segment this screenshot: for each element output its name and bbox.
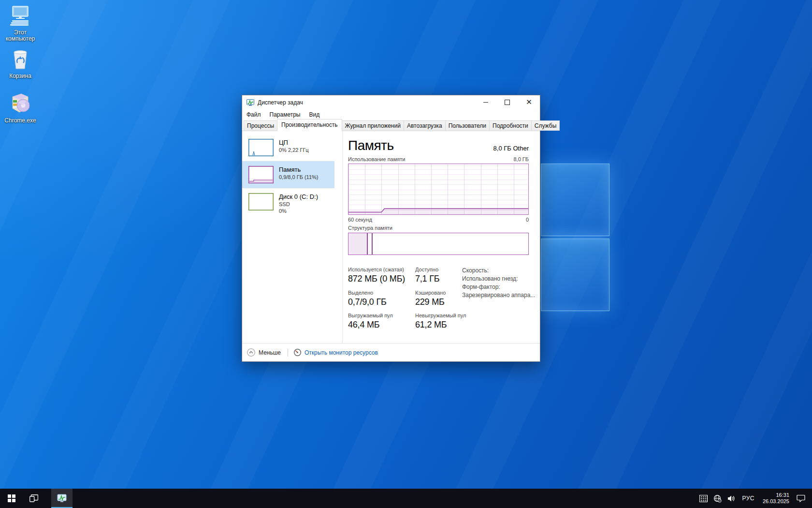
resource-monitor-label: Открыть монитор ресурсов <box>304 349 378 356</box>
detail-label: Выделено <box>348 290 387 296</box>
sidebar-divider <box>342 131 343 343</box>
memory-composition-bar[interactable] <box>348 233 529 255</box>
tab-app-history[interactable]: Журнал приложений <box>342 120 404 131</box>
sidebar-cpu-stats: 0% 2,22 ГГц <box>279 147 309 153</box>
touch-keyboard-button[interactable] <box>698 489 709 508</box>
computer-icon <box>9 6 31 26</box>
performance-sidebar: ЦП 0% 2,22 ГГц Память 0,9/8,0 ГБ (11%) <box>242 134 334 222</box>
touch-keyboard-icon <box>699 495 708 502</box>
clock[interactable]: 16:31 26.03.2025 <box>760 492 792 505</box>
memory-usage-chart[interactable] <box>348 164 529 215</box>
window-title: Диспетчер задач <box>258 99 303 106</box>
taskbar-spacer <box>44 489 51 508</box>
performance-content: ЦП 0% 2,22 ГГц Память 0,9/8,0 ГБ (11%) <box>242 131 540 343</box>
usage-chart-max: 8,0 ГБ <box>513 156 529 162</box>
recycle-bin-icon <box>10 48 30 70</box>
sidebar-disk-name: Диск 0 (C: D:) <box>279 193 318 201</box>
desktop-icon-chrome-installer[interactable]: Chrome.exe <box>0 92 41 124</box>
detail-value: 872 МБ (0 МБ) <box>348 274 405 284</box>
menu-file[interactable]: Файл <box>246 110 265 120</box>
footer-separator <box>288 349 288 357</box>
taskbar-task-manager-button[interactable] <box>51 489 72 508</box>
memory-details: Используется (сжатая) 872 МБ (0 МБ) Выде… <box>348 267 529 339</box>
desktop-icon-this-pc[interactable]: Этот компьютер <box>0 6 41 42</box>
tab-users[interactable]: Пользователи <box>445 120 490 131</box>
minimize-button[interactable] <box>475 95 496 109</box>
composition-label: Структура памяти <box>348 225 392 231</box>
menu-options[interactable]: Параметры <box>270 110 305 120</box>
minimize-icon <box>483 102 488 103</box>
action-center-icon <box>797 494 805 502</box>
action-center-button[interactable] <box>796 489 806 508</box>
desktop-icon-label: Chrome.exe <box>0 118 41 124</box>
desktop: Этот компьютер Корзина Chrome.exe <box>0 0 812 508</box>
task-manager-taskbar-icon <box>57 494 67 503</box>
start-button[interactable] <box>0 489 23 508</box>
task-view-button[interactable] <box>23 489 44 508</box>
info-slots-used: Использовано гнезд: <box>462 275 535 283</box>
taskbar: РУС 16:31 26.03.2025 <box>0 489 812 508</box>
close-button[interactable]: ✕ <box>518 95 540 109</box>
panel-title: Память <box>348 138 394 153</box>
volume-button[interactable] <box>726 489 737 508</box>
detail-value: 46,4 МБ <box>348 320 393 330</box>
info-form-factor: Форм-фактор: <box>462 283 535 291</box>
sidebar-cpu-name: ЦП <box>279 139 309 147</box>
tab-processes[interactable]: Процессы <box>244 120 277 131</box>
info-speed: Скорость: <box>462 267 535 275</box>
globe-no-internet-icon <box>713 494 722 503</box>
detail-paged-pool: Выгружаемый пул 46,4 МБ <box>348 313 393 330</box>
sidebar-item-cpu[interactable]: ЦП 0% 2,22 ГГц <box>242 134 334 161</box>
close-icon: ✕ <box>526 99 532 106</box>
tab-strip: Процессы Производительность Журнал прило… <box>242 120 540 131</box>
tab-startup[interactable]: Автозагрузка <box>404 120 446 131</box>
sidebar-memory-name: Память <box>279 166 318 174</box>
detail-label: Выгружаемый пул <box>348 313 393 318</box>
speaker-icon <box>727 495 736 502</box>
language-indicator[interactable]: РУС <box>740 495 756 502</box>
detail-committed: Выделено 0,7/9,0 ГБ <box>348 290 387 307</box>
composition-modified-segment <box>368 233 373 254</box>
desktop-icon-label: Корзина <box>0 73 41 79</box>
desktop-icon-recycle-bin[interactable]: Корзина <box>0 48 41 79</box>
network-status-button[interactable] <box>712 489 723 508</box>
fewer-details-label: Меньше <box>259 349 281 356</box>
detail-value: 61,2 МБ <box>415 320 466 330</box>
title-bar[interactable]: Диспетчер задач ✕ <box>242 95 540 110</box>
fewer-details-button[interactable]: Меньше <box>247 348 281 357</box>
sidebar-memory-stats: 0,9/8,0 ГБ (11%) <box>279 174 318 180</box>
task-manager-window: Диспетчер задач ✕ Файл Параметры Вид Про… <box>242 95 540 362</box>
tab-details[interactable]: Подробности <box>489 120 532 131</box>
menu-view[interactable]: Вид <box>309 110 324 120</box>
memory-thumbnail-chart <box>248 166 274 183</box>
axis-left-label: 60 секунд <box>348 217 372 223</box>
hardware-info-column: Скорость: Использовано гнезд: Форм-факто… <box>462 267 535 299</box>
detail-cached: Кэшировано 229 МБ <box>415 290 446 307</box>
tab-performance[interactable]: Производительность <box>277 119 342 131</box>
maximize-button[interactable] <box>496 95 518 109</box>
usage-chart-axis: 60 секунд 0 <box>348 217 529 223</box>
sidebar-item-memory[interactable]: Память 0,9/8,0 ГБ (11%) <box>242 161 334 188</box>
clock-date: 26.03.2025 <box>763 498 789 505</box>
clock-time: 16:31 <box>763 492 789 498</box>
windows-start-icon <box>8 494 15 502</box>
info-hardware-reserved: Зарезервировано аппара... <box>462 291 535 299</box>
desktop-icon-label: Этот компьютер <box>0 30 41 42</box>
chevron-up-circle-icon <box>247 348 255 357</box>
task-view-icon <box>29 494 38 502</box>
tab-services[interactable]: Службы <box>531 120 560 131</box>
detail-label: Доступно <box>415 267 439 272</box>
detail-nonpaged-pool: Невыгружаемый пул 61,2 МБ <box>415 313 466 330</box>
window-footer: Меньше Открыть монитор ресурсов <box>242 343 540 361</box>
resource-monitor-icon <box>294 349 301 356</box>
open-resource-monitor-link[interactable]: Открыть монитор ресурсов <box>294 349 378 356</box>
total-memory-label: 8,0 ГБ Other <box>493 145 529 152</box>
composition-in-use-segment <box>348 233 368 254</box>
sidebar-item-disk0[interactable]: Диск 0 (C: D:) SSD 0% <box>242 188 334 222</box>
usage-chart-label: Использование памяти <box>348 156 405 162</box>
detail-label: Невыгружаемый пул <box>415 313 466 318</box>
memory-usage-line-chart <box>348 164 528 214</box>
disk-thumbnail-chart <box>248 193 274 210</box>
caption-buttons: ✕ <box>475 95 540 110</box>
maximize-icon <box>505 100 510 105</box>
